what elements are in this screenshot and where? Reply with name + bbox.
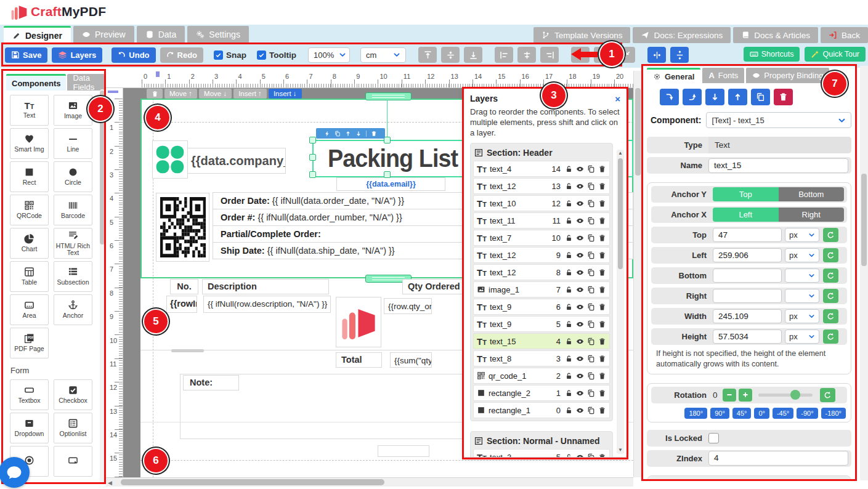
link-back[interactable]: Back	[821, 27, 868, 43]
trash-button[interactable]	[598, 389, 606, 397]
rotation-plus-button[interactable]	[739, 389, 752, 402]
component-barcode[interactable]: Barcode	[54, 195, 92, 225]
rotation-preset-button[interactable]: 0°	[754, 408, 769, 419]
unlock-button[interactable]	[565, 372, 573, 380]
unit-select[interactable]: cm	[360, 47, 406, 63]
tooltip-checkbox[interactable]: Tooltip	[257, 51, 296, 60]
layer-row-text-3[interactable]: TT text_3 5	[473, 449, 610, 458]
copy-button[interactable]	[587, 372, 595, 380]
link-docs-expressions[interactable]: Docs: Expressions	[633, 27, 731, 43]
layers-scrollbar[interactable]: ▲ ▼	[617, 150, 624, 454]
rotation-preset-button[interactable]: 90°	[710, 408, 729, 419]
left-unit-select[interactable]: px	[785, 248, 819, 262]
bottom-unit-select[interactable]	[785, 269, 819, 283]
component-subsection[interactable]: Subsection	[54, 261, 92, 292]
name-input[interactable]: text_15	[708, 158, 848, 173]
arrow-up-button[interactable]	[345, 131, 351, 137]
sidebar-tab-components[interactable]: Components	[6, 74, 66, 91]
dist-v-button[interactable]	[670, 47, 689, 63]
table-cell-qty[interactable]: {{row.qty_or	[384, 298, 432, 314]
tab-data[interactable]: Data	[137, 26, 185, 43]
component-smart-img[interactable]: Smart Img	[10, 128, 49, 159]
visibility-button[interactable]	[576, 269, 584, 277]
unlock-button[interactable]	[565, 251, 573, 259]
component-line[interactable]: Line	[54, 128, 92, 159]
copy-button[interactable]	[587, 182, 595, 190]
trash-button[interactable]	[598, 182, 606, 190]
tab-designer[interactable]: Designer	[4, 26, 71, 43]
right-reset-button[interactable]	[823, 289, 838, 303]
layer-row-rectangle-1[interactable]: rectangle_1 0	[473, 402, 610, 418]
copy-button[interactable]	[587, 453, 595, 458]
copy-button[interactable]	[587, 217, 595, 225]
scroll-up-icon[interactable]: ▲	[618, 151, 623, 156]
unlock-button[interactable]	[565, 182, 573, 190]
move-bottom-button[interactable]	[660, 89, 679, 105]
footer-text-element[interactable]	[378, 445, 429, 457]
bottom-input[interactable]	[713, 269, 782, 283]
component-area[interactable]: Area	[10, 294, 49, 325]
table-cell-image[interactable]	[336, 297, 381, 347]
move-section-up-button[interactable]: Move ↑	[164, 89, 197, 99]
snap-checkbox[interactable]: Snap	[214, 51, 246, 60]
rotation-preset-button[interactable]: -90°	[797, 408, 817, 419]
table-header-description[interactable]: Description	[202, 279, 329, 294]
top-unit-select[interactable]: px	[785, 228, 819, 242]
unlock-button[interactable]	[565, 165, 573, 173]
table-cell-description[interactable]: {{ ifNull(row.description, "N/A") }}	[203, 296, 331, 313]
width-reset-button[interactable]	[823, 309, 838, 323]
trash-button[interactable]	[598, 320, 606, 328]
visibility-button[interactable]	[576, 337, 584, 346]
visibility-button[interactable]	[576, 200, 584, 208]
tab-settings[interactable]: Settings	[187, 26, 249, 43]
rotation-minus-button[interactable]	[723, 389, 736, 402]
visibility-button[interactable]	[576, 372, 584, 380]
height-unit-select[interactable]: px	[785, 329, 819, 344]
selection-handle[interactable]	[384, 171, 391, 178]
align-left-button[interactable]	[495, 47, 513, 63]
rotation-preset-button[interactable]: -180°	[821, 408, 846, 419]
arrow-down-button[interactable]	[355, 131, 362, 137]
height-reset-button[interactable]	[823, 329, 838, 344]
link-template-versions[interactable]: Template Versions	[533, 27, 630, 43]
right-input[interactable]	[713, 289, 782, 303]
horizontal-scrollbar[interactable]: ◀	[106, 477, 633, 487]
copy-button[interactable]	[587, 251, 595, 259]
layer-row-text-15[interactable]: TT text_15 4	[473, 333, 610, 349]
dist-h-button[interactable]	[647, 47, 666, 63]
layer-row-rectangle-2[interactable]: rectangle_2 1	[473, 385, 610, 401]
insert-section-up-button[interactable]: Insert ↑	[233, 89, 267, 99]
save-button[interactable]: Save	[5, 47, 47, 63]
component-x[interactable]	[54, 446, 92, 477]
layer-row-text-9[interactable]: TT text_9 6	[473, 299, 610, 315]
bottom-reset-button[interactable]	[823, 269, 838, 283]
unlock-button[interactable]	[565, 337, 573, 346]
arrow-down-button[interactable]	[705, 89, 724, 105]
copy-button[interactable]	[587, 286, 595, 294]
visibility-button[interactable]	[576, 182, 584, 190]
trash-button[interactable]	[598, 234, 606, 242]
visibility-button[interactable]	[576, 406, 584, 414]
unlock-button[interactable]	[565, 234, 573, 242]
layer-row-text-4[interactable]: TT text_4 14	[473, 161, 610, 177]
panel-vertical-scrollbar[interactable]	[860, 66, 868, 480]
layers-section-header[interactable]: Section: Normal - Unnamed	[473, 434, 610, 448]
visibility-button[interactable]	[576, 251, 584, 259]
delete-section-button[interactable]	[147, 89, 163, 99]
unlock-button[interactable]	[565, 453, 573, 458]
total-label-element[interactable]: Total	[336, 352, 382, 368]
selection-handle[interactable]	[309, 137, 316, 143]
component-textbox[interactable]: Textbox	[10, 379, 49, 410]
copy-button[interactable]	[587, 389, 595, 397]
component-qrcode[interactable]: QRCode	[10, 195, 49, 225]
qr-code-element[interactable]	[156, 193, 209, 262]
right-unit-select[interactable]	[785, 289, 819, 303]
undo-button[interactable]: Undo	[112, 47, 155, 63]
unlock-button[interactable]	[565, 303, 573, 311]
unlock-button[interactable]	[565, 355, 573, 363]
close-icon[interactable]: ×	[615, 94, 620, 103]
trash-button[interactable]	[598, 337, 606, 346]
layer-row-text-12[interactable]: TT text_12 8	[473, 264, 610, 280]
height-input[interactable]: 57.5034	[713, 329, 782, 344]
section-resize-handle-top[interactable]	[365, 92, 412, 100]
